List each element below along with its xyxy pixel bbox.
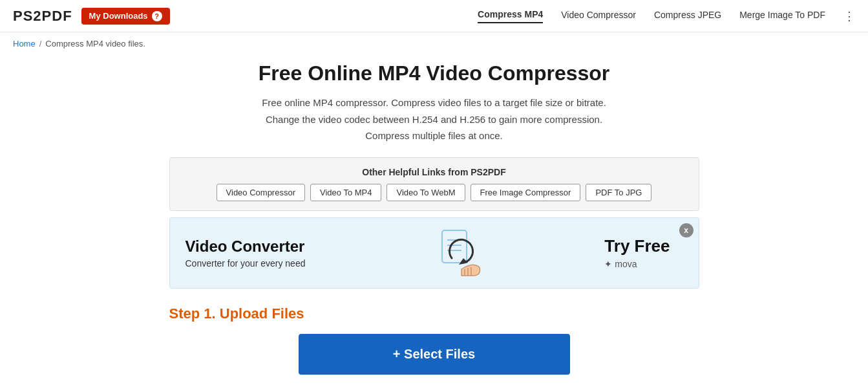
helpful-links-list: Video Compressor Video To MP4 Video To W… [183,184,686,201]
nav-more-icon[interactable]: ⋮ [843,9,855,23]
ad-subtitle: Converter for your every need [185,258,306,269]
helpful-links-title: Other Helpful Links from PS2PDF [183,167,686,177]
ad-banner: x Video Converter Converter for your eve… [169,217,699,289]
page-title: Free Online MP4 Video Compressor [169,61,699,85]
step-section: Step 1. Upload Files + Select Files [169,295,699,381]
my-downloads-button[interactable]: My Downloads ? [81,8,170,25]
header-nav: Compress MP4 Video Compressor Compress J… [478,9,855,23]
ad-brand: ✦ mova [604,259,670,269]
helpful-link-video-to-mp4[interactable]: Video To MP4 [310,184,381,201]
page-description: Free online MP4 compressor. Compress vid… [169,94,699,144]
header: PS2PDF My Downloads ? Compress MP4 Video… [0,0,868,32]
step1-title: Step 1. Upload Files [169,305,699,322]
page-description-line3: Compress multiple files at once. [169,127,699,144]
breadcrumb-current: Compress MP4 video files. [45,39,145,49]
breadcrumb-home[interactable]: Home [13,39,36,49]
header-left: PS2PDF My Downloads ? [13,8,170,25]
nav-item-compress-mp4[interactable]: Compress MP4 [478,9,543,23]
ad-icon [416,227,494,279]
logo: PS2PDF [13,8,72,25]
helpful-links-box: Other Helpful Links from PS2PDF Video Co… [169,157,699,211]
ad-close-button[interactable]: x [679,223,693,237]
main-content: Free Online MP4 Video Compressor Free on… [156,55,712,385]
ad-icon-area [416,227,494,279]
ad-right-text: Try Free ✦ mova [604,236,683,269]
select-files-button[interactable]: + Select Files [299,334,570,375]
nav-item-video-compressor[interactable]: Video Compressor [561,10,636,23]
nav-item-compress-jpeg[interactable]: Compress JPEG [654,10,721,23]
helpful-link-video-to-webm[interactable]: Video To WebM [386,184,465,201]
ad-left-text: Video Converter Converter for your every… [185,237,306,269]
breadcrumb-separator: / [39,39,42,49]
ad-title: Video Converter [185,237,306,256]
page-description-line2: Change the video codec between H.254 and… [169,111,699,128]
breadcrumb: Home / Compress MP4 video files. [0,32,868,55]
ad-try-free: Try Free [604,236,670,256]
page-description-line1: Free online MP4 compressor. Compress vid… [169,94,699,111]
nav-item-merge-image-pdf[interactable]: Merge Image To PDF [739,10,825,23]
helpful-link-pdf-to-jpg[interactable]: PDF To JPG [586,184,651,201]
my-downloads-label: My Downloads [89,11,148,21]
helpful-link-free-image-compressor[interactable]: Free Image Compressor [471,184,581,201]
my-downloads-badge: ? [152,11,162,21]
svg-rect-0 [442,230,467,263]
helpful-link-video-compressor[interactable]: Video Compressor [217,184,305,201]
